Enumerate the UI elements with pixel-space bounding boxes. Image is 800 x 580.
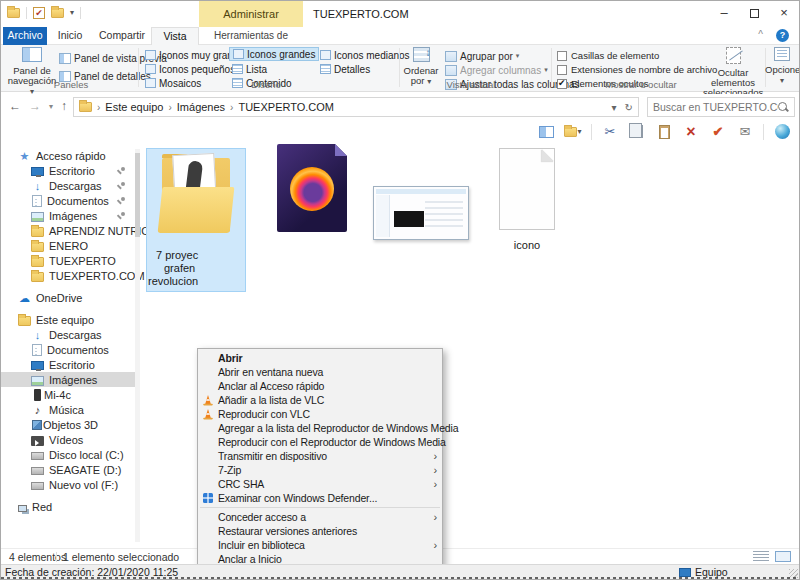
confirm-button[interactable]: ✔: [709, 123, 727, 141]
icono-file-label: icono: [499, 239, 555, 251]
details-view-toggle-icon[interactable]: [753, 551, 769, 562]
menu-item-abrir[interactable]: Abrir: [198, 351, 442, 365]
sidebar-item-tuexperto-com[interactable]: TUEXPERTO.COM: [1, 268, 135, 283]
menu-item-crc-sha[interactable]: CRC SHA›: [198, 477, 442, 491]
tab-inicio[interactable]: Inicio: [47, 27, 93, 45]
folder-icon[interactable]: [7, 8, 20, 18]
search-input[interactable]: [653, 101, 778, 113]
icono-file-item[interactable]: [499, 148, 555, 230]
menu-item-7zip[interactable]: 7-Zip›: [198, 463, 442, 477]
breadcrumb-pictures[interactable]: Imágenes: [177, 101, 225, 113]
copy-button[interactable]: [628, 123, 646, 141]
view-details[interactable]: Detalles: [317, 62, 373, 76]
scrollbar-thumb[interactable]: [135, 153, 140, 237]
address-dropdown-icon[interactable]: ▾: [612, 102, 617, 113]
preview-toggle-button[interactable]: [537, 123, 555, 141]
tab-herramientas-de-imagen[interactable]: Herramientas de imagen: [199, 27, 303, 45]
delete-button[interactable]: ×: [682, 123, 700, 141]
sidebar-item-descargas[interactable]: ↓Descargas: [1, 178, 135, 193]
back-icon[interactable]: ←: [9, 99, 21, 113]
menu-item-reproducir-wmp[interactable]: Reproducir con el Reproductor de Windows…: [198, 435, 442, 449]
menu-item-transmitir-dispositivo[interactable]: Transmitir en dispositivo›: [198, 449, 442, 463]
screenshot-image-item[interactable]: [373, 186, 469, 240]
sidebar-item-documentos[interactable]: Documentos: [1, 193, 135, 208]
view-list[interactable]: Lista: [229, 62, 270, 76]
sidebar-scrollbar[interactable]: [135, 149, 140, 542]
breadcrumb-current[interactable]: TUEXPERTO.COM: [238, 101, 334, 113]
menu-item-reproducir-vlc[interactable]: Reproducir con VLC: [198, 407, 442, 421]
firefox-logo-icon: [290, 167, 334, 211]
sidebar-item-this-pc[interactable]: Este equipo: [1, 312, 135, 327]
sidebar-item-pc-descargas[interactable]: ↓Descargas: [1, 327, 135, 342]
collapse-ribbon-icon[interactable]: ^: [758, 29, 763, 40]
refresh-icon[interactable]: ↻: [625, 102, 633, 113]
new-folder-icon[interactable]: [51, 8, 64, 18]
menu-item-incluir-biblioteca[interactable]: Incluir en biblioteca›: [198, 538, 442, 552]
music-icon: ♪: [31, 404, 44, 416]
options-button[interactable]: Opciones ▾: [765, 47, 799, 86]
sidebar-item-network[interactable]: Red: [1, 499, 135, 514]
sidebar-item-enero[interactable]: ENERO: [1, 238, 135, 253]
tab-compartir[interactable]: Compartir: [93, 27, 151, 45]
menu-item-restaurar-versiones[interactable]: Restaurar versiones anteriores: [198, 524, 442, 538]
menu-item-agregar-lista-wmp[interactable]: Agregar a la lista del Reproductor de Wi…: [198, 421, 442, 435]
chevron-down-icon[interactable]: ▾: [70, 7, 74, 19]
sidebar-item-escritorio[interactable]: Escritorio: [1, 163, 135, 178]
browser-button[interactable]: [773, 123, 791, 141]
up-icon[interactable]: ↑: [61, 99, 67, 113]
sidebar-item-tuexperto[interactable]: TUEXPERTO: [1, 253, 135, 268]
sidebar-item-aprendiz[interactable]: APRENDIZ NUTRICIONAL: [1, 223, 135, 238]
divider: [26, 7, 27, 19]
menu-item-abrir-ventana-nueva[interactable]: Abrir en ventana nueva: [198, 365, 442, 379]
sidebar-item-pc-musica[interactable]: ♪Música: [1, 402, 135, 417]
sidebar-item-pc-videos[interactable]: Vídeos: [1, 432, 135, 447]
sidebar-label: Descargas: [49, 329, 102, 341]
sidebar-item-onedrive[interactable]: ☁OneDrive: [1, 290, 135, 305]
paste-button[interactable]: [655, 123, 673, 141]
add-columns-button: Agregar columnas▾: [445, 63, 548, 77]
sidebar-item-pc-documentos[interactable]: Documentos: [1, 342, 135, 357]
address-bar: ← → ▾ ↑ › Este equipo › Imágenes › TUEXP…: [1, 94, 799, 120]
sidebar-item-quick-access[interactable]: ★Acceso rápido: [1, 148, 135, 163]
forward-icon[interactable]: →: [29, 99, 41, 113]
document-icon: [32, 344, 42, 356]
sidebar-item-pc-imagenes[interactable]: Imágenes: [1, 372, 135, 387]
close-button[interactable]: ×: [769, 1, 799, 27]
details-view-icon: [320, 64, 331, 74]
mail-button[interactable]: ✉: [736, 123, 754, 141]
minimize-button[interactable]: –: [709, 1, 739, 27]
hide-selected-button[interactable]: Ocultar elementos seleccionados: [703, 47, 763, 98]
sidebar-item-pc-escritorio[interactable]: Escritorio: [1, 357, 135, 372]
file-extensions-checkbox[interactable]: Extensiones de nombre de archivo: [557, 63, 717, 76]
help-icon[interactable]: ?: [776, 29, 789, 42]
tab-archivo[interactable]: Archivo: [3, 27, 47, 45]
selected-folder-item[interactable]: 7 proyec grafen revolucion: [146, 148, 246, 292]
breadcrumb[interactable]: › Este equipo › Imágenes › TUEXPERTO.COM…: [73, 97, 639, 117]
sidebar-item-pc-nuevo-f[interactable]: Nuevo vol (F:): [1, 477, 135, 492]
sidebar-item-pc-objetos3d[interactable]: Objetos 3D: [1, 417, 135, 432]
menu-item-anclar-acceso-rapido[interactable]: Anclar al Acceso rápido: [198, 379, 442, 393]
sidebar-item-pc-seagate-d[interactable]: SEAGATE (D:): [1, 462, 135, 477]
cut-button[interactable]: ✂: [601, 123, 619, 141]
sidebar-item-pc-disco-c[interactable]: Disco local (C:): [1, 447, 135, 462]
sidebar-item-imagenes[interactable]: Imágenes: [1, 208, 135, 223]
search-icon[interactable]: [778, 102, 789, 113]
item-checkboxes-checkbox[interactable]: Casillas de elemento: [557, 49, 659, 62]
history-dropdown-icon[interactable]: ▾: [49, 102, 53, 111]
menu-item-windows-defender[interactable]: Examinar con Windows Defender...: [198, 491, 442, 505]
view-tiles[interactable]: Mosaicos: [142, 76, 204, 90]
new-folder-button[interactable]: ▾: [564, 123, 582, 141]
menu-item-conceder-acceso[interactable]: Conceder acceso a›: [198, 510, 442, 524]
tab-vista[interactable]: Vista: [151, 27, 199, 45]
view-small-icons[interactable]: Iconos pequeños: [142, 62, 238, 76]
thumbnails-view-toggle-icon[interactable]: [775, 551, 791, 562]
view-large-icons[interactable]: Iconos grandes: [229, 47, 319, 61]
properties-check-icon[interactable]: ✔: [33, 7, 45, 19]
firefox-image-item[interactable]: [277, 144, 347, 232]
breadcrumb-this-pc[interactable]: Este equipo: [105, 101, 163, 113]
maximize-button[interactable]: [739, 1, 769, 27]
group-by-button[interactable]: Agrupar por▾: [445, 49, 519, 63]
sidebar-item-pc-mi4c[interactable]: Mi-4c: [1, 387, 135, 402]
menu-item-anadir-lista-vlc[interactable]: Añadir a la lista de VLC: [198, 393, 442, 407]
search-box[interactable]: [647, 97, 795, 117]
